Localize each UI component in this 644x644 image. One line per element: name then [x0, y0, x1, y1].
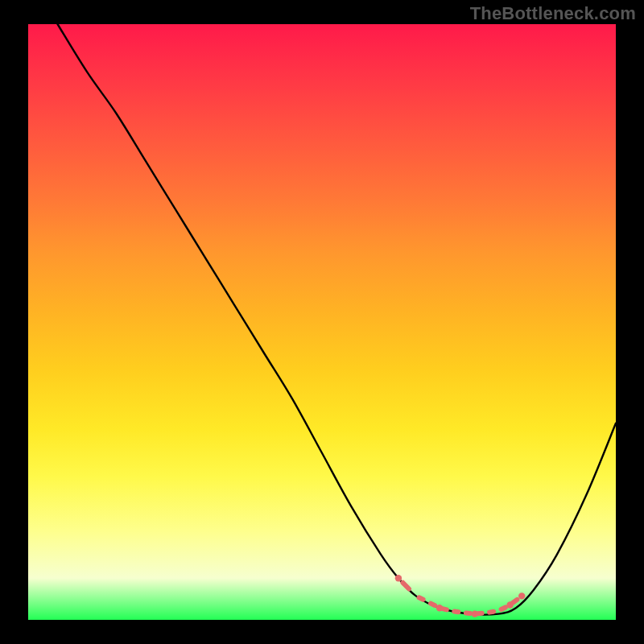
- marker-dash: [489, 612, 493, 613]
- bottleneck-curve: [58, 24, 617, 615]
- marker-dot: [518, 592, 525, 599]
- marker-dash: [431, 604, 435, 606]
- marker-dash: [454, 612, 458, 613]
- marker-dash: [419, 597, 423, 600]
- plot-area: [28, 24, 616, 620]
- chart-frame: TheBottleneck.com: [0, 0, 644, 644]
- marker-dot: [395, 575, 402, 581]
- marker-dash: [443, 609, 447, 609]
- marker-dash: [502, 608, 506, 610]
- marker-dash: [402, 583, 409, 589]
- marker-dash: [513, 600, 517, 603]
- chart-svg: [28, 24, 616, 620]
- watermark-text: TheBottleneck.com: [470, 3, 636, 24]
- marker-dash: [477, 613, 481, 614]
- marker-dash: [466, 613, 470, 614]
